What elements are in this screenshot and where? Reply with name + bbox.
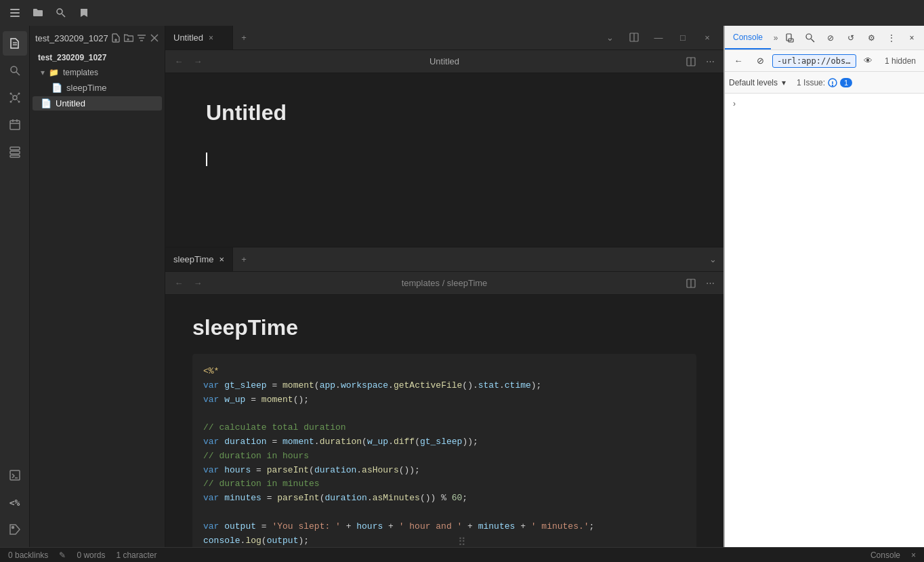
graph-nav-btn[interactable]: [3, 85, 27, 110]
split-editor-btn[interactable]: [623, 33, 645, 42]
devtools-expand-row[interactable]: ›: [728, 96, 921, 111]
issue-label: 1 Issue:: [797, 78, 825, 87]
svg-line-47: [812, 39, 815, 42]
reading-view-btn-2[interactable]: [683, 275, 699, 292]
vault-root[interactable]: test_230209_1027: [33, 51, 162, 64]
second-pane-dropdown[interactable]: ⌄: [702, 254, 723, 264]
device-emulate-btn[interactable]: [780, 28, 799, 47]
default-levels-label: Default levels: [729, 78, 778, 87]
folder-icon: 📁: [49, 68, 59, 77]
close-devtools-btn[interactable]: ×: [902, 28, 921, 47]
svg-line-14: [12, 94, 14, 96]
tag-nav-btn[interactable]: [3, 517, 27, 542]
tab-sleeptime-close[interactable]: ×: [219, 254, 224, 264]
second-pane-new-tab[interactable]: +: [233, 254, 255, 264]
devtools-inspect-page-btn[interactable]: 👁: [859, 52, 878, 71]
settings-btn[interactable]: ⚙: [862, 28, 881, 47]
files-nav-btn[interactable]: [3, 31, 27, 56]
file-sleeptime-label: sleepTime: [66, 83, 106, 93]
close-window-btn[interactable]: ×: [696, 33, 718, 43]
first-pane: ← → Untitled ⋯ Untitled ⠿: [165, 50, 723, 247]
stack-nav-btn[interactable]: [3, 140, 27, 164]
search-nav-btn[interactable]: [3, 58, 27, 83]
devtools-url-text: -url:app://obsidian.md/index.htm: [777, 56, 852, 66]
status-bar: 0 backlinks ✎ 0 words 1 character Consol…: [0, 547, 924, 562]
main-layout: <% test_230209_1027 test_230209_1027: [0, 26, 924, 547]
folder-templates[interactable]: ▾ 📁 templates: [33, 66, 162, 79]
code-line-blank2: [203, 506, 686, 520]
bookmark-btn[interactable]: [75, 3, 93, 22]
code-line-3: // calculate total duration: [203, 421, 686, 435]
issue-badge: 1 Issue: 1: [797, 78, 852, 87]
forward-btn-2[interactable]: →: [190, 275, 206, 292]
devtools-url-bar[interactable]: -url:app://obsidian.md/index.htm: [772, 54, 856, 68]
maximize-btn[interactable]: □: [672, 33, 694, 43]
search-btn[interactable]: [51, 3, 70, 22]
tab-untitled-label: Untitled: [173, 33, 203, 43]
text-cursor: [206, 153, 207, 166]
vault-name-label: test_230209_1027: [38, 53, 106, 62]
more-devtools-btn[interactable]: ⋮: [882, 28, 901, 47]
backlinks-count[interactable]: 0 backlinks: [8, 550, 48, 560]
more-options-btn-2[interactable]: ⋯: [702, 275, 718, 292]
character-count: 1 character: [116, 550, 156, 560]
sidebar-toggle-btn[interactable]: [5, 3, 24, 22]
code-line-5: // duration in hours: [203, 449, 686, 464]
second-pane-content[interactable]: sleepTime <%* var gt_sleep = moment(app.…: [165, 295, 723, 547]
icon-sidebar: <%: [0, 26, 30, 547]
file-icon2: 📄: [41, 98, 51, 108]
svg-rect-24: [10, 155, 20, 157]
devtools-tab-console[interactable]: Console: [725, 26, 771, 49]
reading-view-btn[interactable]: [683, 54, 699, 70]
tab-untitled-close[interactable]: ×: [209, 33, 213, 43]
tab-sleeptime-label: sleepTime: [173, 254, 213, 264]
minimize-btn[interactable]: —: [648, 33, 669, 43]
first-pane-title: Untitled: [210, 56, 679, 66]
devtools-levels-bar: Default levels ▾ 1 Issue: 1: [725, 72, 924, 94]
block-requests-btn[interactable]: ⊘: [821, 28, 840, 47]
calendar-nav-btn[interactable]: [3, 113, 27, 137]
tab-untitled[interactable]: Untitled ×: [165, 26, 233, 49]
terminal-nav-btn[interactable]: [3, 463, 27, 487]
folder-templates-label: templates: [63, 68, 98, 77]
folder-btn[interactable]: [28, 3, 47, 22]
first-pane-header: ← → Untitled ⋯: [165, 50, 723, 73]
svg-rect-18: [10, 121, 20, 129]
tab-dropdown-btn[interactable]: ⌄: [599, 33, 621, 43]
breadcrumb: templates / sleepTime: [210, 278, 679, 288]
forward-btn[interactable]: →: [190, 54, 206, 70]
refresh-btn[interactable]: ↺: [841, 28, 860, 47]
back-btn-2[interactable]: ←: [171, 275, 187, 292]
close-status-btn[interactable]: ×: [911, 550, 916, 560]
svg-point-3: [57, 9, 62, 14]
file-untitled[interactable]: 📄 Untitled: [33, 96, 162, 111]
devtools-back-btn[interactable]: ←: [729, 52, 748, 71]
code-line-1: var gt_sleep = moment(app.workspace.getA…: [203, 379, 686, 393]
code-line-0: <%*: [203, 365, 686, 379]
first-pane-content[interactable]: Untitled ⠿: [165, 73, 723, 247]
svg-point-11: [18, 93, 20, 95]
file-sleeptime[interactable]: 📄 sleepTime: [33, 81, 162, 95]
more-options-btn[interactable]: ⋯: [702, 54, 718, 70]
new-tab-btn[interactable]: +: [233, 26, 255, 49]
issue-count-badge: 1: [840, 78, 852, 87]
chevron-down-icon: ▾: [41, 68, 45, 77]
console-label[interactable]: Console: [870, 550, 900, 560]
code-line-9: var output = 'You slept: ' + hours + ' h…: [203, 520, 686, 534]
new-note-btn[interactable]: [111, 30, 121, 46]
new-folder-btn[interactable]: [124, 30, 134, 46]
close-explorer-btn[interactable]: [149, 30, 159, 46]
svg-line-15: [16, 94, 18, 96]
chevron-down-icon2: ▾: [782, 78, 786, 87]
code-line-2: var w_up = moment();: [203, 393, 686, 407]
code-nav-btn[interactable]: <%: [3, 490, 27, 515]
svg-rect-0: [10, 9, 20, 10]
back-btn[interactable]: ←: [171, 54, 187, 70]
edit-icon[interactable]: ✎: [59, 550, 66, 560]
devtools-tab-more[interactable]: »: [771, 26, 780, 49]
sort-btn[interactable]: [136, 30, 146, 46]
devtools-stop-btn[interactable]: ⊘: [751, 52, 770, 71]
tab-sleeptime[interactable]: sleepTime ×: [165, 247, 233, 271]
file-explorer: test_230209_1027 test_230209_1027 ▾ 📁 te…: [30, 26, 165, 547]
inspect-btn[interactable]: [801, 28, 820, 47]
